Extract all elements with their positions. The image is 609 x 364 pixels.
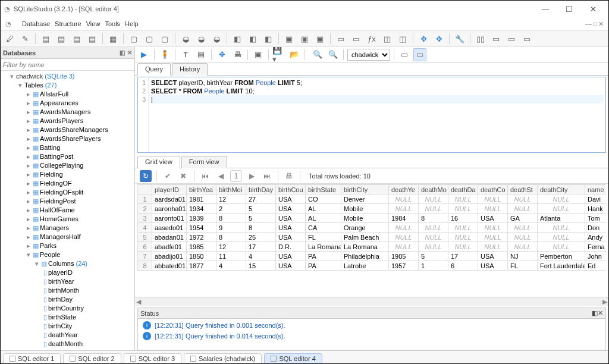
panel-float-icon[interactable]: ◧ xyxy=(120,49,125,56)
tool-view-3-icon[interactable]: ▢ xyxy=(158,32,171,45)
refresh-grid-icon[interactable]: ↻ xyxy=(140,170,152,182)
table-row[interactable]: 1aardsda0119811227USACODenverNULLNULLNUL… xyxy=(138,194,607,204)
tree-table-awardsshareplayers[interactable]: ▸▦AwardsSharePlayers xyxy=(2,134,134,143)
first-page-icon[interactable]: ⏮ xyxy=(199,170,211,182)
tool-f-icon[interactable]: ▣ xyxy=(282,32,296,45)
table-row[interactable]: 2aaronha01193425USAALMobileNULLNULLNULLN… xyxy=(138,204,607,214)
tree-table-battingpost[interactable]: ▸▦BattingPost xyxy=(2,152,134,161)
tool-d-icon[interactable]: ◧ xyxy=(246,32,259,45)
tool-ddl-icon[interactable]: ▭ xyxy=(350,32,363,45)
tool-expand-icon[interactable]: ✥ xyxy=(417,32,430,45)
col-deathMo[interactable]: deathMo xyxy=(419,185,448,194)
tree-column-birthyear[interactable]: ▯birthYear xyxy=(2,277,134,286)
tree-columns-node[interactable]: ▾▥Columns (24) xyxy=(2,259,134,268)
menu-structure[interactable]: Structure xyxy=(52,19,84,29)
tool-h-icon[interactable]: ▣ xyxy=(313,32,327,45)
print-icon[interactable]: 🖶 xyxy=(231,48,244,61)
tool-j-icon[interactable]: ◫ xyxy=(396,32,409,45)
tree-table-parks[interactable]: ▸▦Parks xyxy=(2,241,134,250)
tool-a-icon[interactable]: ◒ xyxy=(194,32,208,45)
table-row[interactable]: 3aaronto01193985USAALMobile1984816USAGAA… xyxy=(138,214,607,223)
table-row[interactable]: 5abadan011972825USAFLPalm BeachNULLNULLN… xyxy=(138,233,607,242)
bottom-tab-2[interactable]: SQL editor 3 xyxy=(124,353,181,364)
col-deathSt[interactable]: deathSt xyxy=(508,185,538,194)
table-row[interactable]: 4aasedo01195498USACAOrangeNULLNULLNULLNU… xyxy=(138,223,607,233)
menu-help[interactable]: Help xyxy=(123,19,141,29)
sql-editor[interactable]: 123 SELECT playerID, birthYear FROM Peop… xyxy=(137,77,606,153)
search-next-icon[interactable]: 🔍 xyxy=(327,48,340,61)
tool-layout-1-icon[interactable]: ▯▯ xyxy=(474,32,487,45)
next-page-icon[interactable]: ▶ xyxy=(246,170,258,182)
tree-table-fieldingof[interactable]: ▸▦FieldingOF xyxy=(2,179,134,188)
tool-view-2-icon[interactable]: ▢ xyxy=(143,32,156,45)
rollback-icon[interactable]: ✖ xyxy=(177,170,189,182)
tree-table-fieldingpost[interactable]: ▸▦FieldingPost xyxy=(2,197,134,206)
text-icon[interactable]: T xyxy=(179,48,192,61)
col-birthCity[interactable]: birthCity xyxy=(341,185,389,194)
tree-column-deathmonth[interactable]: ▯deathMonth xyxy=(2,340,134,349)
execute-button[interactable]: ▶ xyxy=(137,48,150,61)
tool-table-icon[interactable]: ▦ xyxy=(106,32,120,45)
col-birthDay[interactable]: birthDay xyxy=(246,185,276,194)
tool-db-remove-icon[interactable]: ▤ xyxy=(70,32,83,45)
bottom-tab-1[interactable]: SQL editor 2 xyxy=(63,353,121,364)
col-birthCou[interactable]: birthCou xyxy=(276,185,306,194)
tree-column-playerid[interactable]: ▯playerID xyxy=(2,268,134,277)
clear-icon[interactable]: ▤ xyxy=(194,48,208,61)
col-deathCo[interactable]: deathCo xyxy=(478,185,508,194)
tree-table-batting[interactable]: ▸▦Batting xyxy=(2,143,134,152)
close-button[interactable]: ✕ xyxy=(581,1,605,17)
tree-table-homegames[interactable]: ▸▦HomeGames xyxy=(2,215,134,224)
print-grid-icon[interactable]: 🖶 xyxy=(283,170,295,182)
table-row[interactable]: 6abadfe0119851217D.R.La RomanaLa RomanaN… xyxy=(138,242,607,252)
menu-database[interactable]: Database xyxy=(20,19,52,29)
tree-db-node[interactable]: ▾chadwick (SQLite 3) xyxy=(2,72,134,81)
db-tree[interactable]: ▾chadwick (SQLite 3) ▾Tables (27) ▸▦Alls… xyxy=(1,71,134,350)
table-row[interactable]: 8abbated011877415USAPALatrobe195716USAFL… xyxy=(138,261,607,271)
tool-view-1-icon[interactable]: ▢ xyxy=(127,32,140,45)
col-birthYea[interactable]: birthYea xyxy=(187,185,216,194)
tool-disconnect-icon[interactable]: ✎ xyxy=(18,32,32,45)
tool-layout-2-icon[interactable]: ▭ xyxy=(489,32,503,45)
tree-table-awardssharemanagers[interactable]: ▸▦AwardsShareManagers xyxy=(2,125,134,134)
mdi-controls[interactable]: —□✕ xyxy=(585,20,604,28)
col-deathDa[interactable]: deathDa xyxy=(448,185,478,194)
tool-db-refresh-icon[interactable]: ▤ xyxy=(86,32,99,45)
status-close-icon[interactable]: ✕ xyxy=(598,309,603,317)
tree-table-collegeplaying[interactable]: ▸▦CollegePlaying xyxy=(2,161,134,170)
status-float-icon[interactable]: ◧ xyxy=(592,309,598,317)
grid-hscroll[interactable]: ◀▶ xyxy=(135,297,608,306)
tree-column-birthcountry[interactable]: ▯birthCountry xyxy=(2,304,134,313)
tree-table-appearances[interactable]: ▸▦Appearances xyxy=(2,99,134,108)
minimize-button[interactable]: — xyxy=(533,1,557,17)
col-deathCity[interactable]: deathCity xyxy=(538,185,585,194)
tree-table-managers[interactable]: ▸▦Managers xyxy=(2,224,134,233)
tool-g-icon[interactable]: ▣ xyxy=(298,32,311,45)
tree-column-birthmonth[interactable]: ▯birthMonth xyxy=(2,286,134,295)
results-icon[interactable]: ▣ xyxy=(252,48,265,61)
tool-layout-4-icon[interactable]: ▭ xyxy=(520,32,533,45)
tool-sql-icon[interactable]: ▭ xyxy=(334,32,347,45)
menu-tools[interactable]: Tools xyxy=(102,19,123,29)
layout-a-icon[interactable]: ▭ xyxy=(398,48,411,61)
tree-table-allstarfull[interactable]: ▸▦AllstarFull xyxy=(2,90,134,99)
bottom-tab-4[interactable]: SQL editor 4 xyxy=(264,353,322,364)
tab-form-view[interactable]: Form view xyxy=(181,156,227,168)
col-name[interactable]: name xyxy=(585,185,607,194)
last-page-icon[interactable]: ⏭ xyxy=(261,170,273,182)
tree-table-awardsplayers[interactable]: ▸▦AwardsPlayers xyxy=(2,117,134,125)
col-birthMoi[interactable]: birthMoi xyxy=(216,185,246,194)
tool-e-icon[interactable]: ◧ xyxy=(262,32,275,45)
layout-b-icon[interactable]: ▭ xyxy=(413,48,426,61)
page-number[interactable]: 1 xyxy=(230,170,242,182)
tab-history[interactable]: History xyxy=(172,63,208,76)
col-birthState[interactable]: birthState xyxy=(306,185,341,194)
commit-icon[interactable]: ✔ xyxy=(162,170,174,182)
save-icon[interactable]: 💾▾ xyxy=(272,48,285,61)
tool-c-icon[interactable]: ◧ xyxy=(231,32,244,45)
tree-column-birthcity[interactable]: ▯birthCity xyxy=(2,322,134,331)
filter-input[interactable] xyxy=(1,59,134,71)
expand-icon[interactable]: ✥ xyxy=(215,48,228,61)
tree-table-awardsmanagers[interactable]: ▸▦AwardsManagers xyxy=(2,108,134,117)
tree-tables-node[interactable]: ▾Tables (27) xyxy=(2,81,134,90)
